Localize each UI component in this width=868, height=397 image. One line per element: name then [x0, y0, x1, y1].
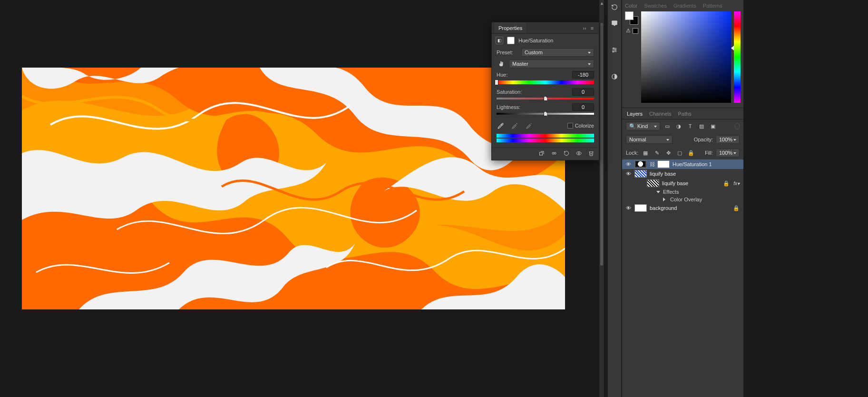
reset-icon[interactable] — [563, 149, 570, 157]
mask-thumb-icon[interactable] — [507, 37, 515, 44]
panel-menu-icon[interactable]: ≡ — [588, 24, 596, 32]
layers-panel: Layers Channels Paths 🔍 Kind ▭ ◑ T ▨ ▣ N… — [622, 108, 743, 397]
visibility-toggle-icon[interactable]: 👁 — [625, 171, 632, 177]
svg-point-4 — [613, 48, 614, 49]
lightness-slider-block: Lightness: 0 — [497, 103, 594, 115]
filter-pixel-icon[interactable]: ▭ — [663, 122, 672, 130]
lock-transparency-icon[interactable]: ▦ — [641, 149, 650, 157]
adjustments-icon[interactable] — [610, 46, 619, 54]
lock-indicator-icon: 🔒 — [733, 205, 741, 211]
adjustment-name: Hue/Saturation — [518, 38, 553, 43]
effect-bullet-icon — [663, 198, 667, 201]
panel-collapse-icon[interactable]: ›› — [581, 24, 588, 32]
canvas-scrollbar-thumb[interactable] — [600, 23, 603, 266]
lock-pixels-icon[interactable]: ✎ — [653, 149, 661, 157]
contrast-icon[interactable] — [610, 72, 619, 81]
hue-slider-block: Hue: -180 — [497, 71, 594, 84]
preset-dropdown[interactable]: Custom — [521, 48, 594, 57]
layer-thumbnail — [634, 170, 647, 178]
svg-rect-8 — [540, 152, 543, 155]
tab-swatches[interactable]: Swatches — [644, 3, 667, 9]
lock-position-icon[interactable]: ✥ — [664, 149, 673, 157]
filter-toggle-icon[interactable] — [735, 123, 740, 129]
delete-adjustment-icon[interactable] — [587, 149, 595, 157]
opacity-label: Opacity: — [694, 137, 713, 142]
filter-type-icon[interactable]: T — [686, 122, 694, 130]
visibility-toggle-icon[interactable]: 👁 — [625, 205, 632, 211]
picker-hue-indicator-icon — [731, 46, 734, 50]
fx-badge-icon[interactable]: fx▾ — [733, 181, 741, 186]
saturation-value[interactable]: 0 — [572, 88, 594, 96]
tab-paths[interactable]: Paths — [678, 111, 692, 117]
comments-icon[interactable] — [610, 19, 619, 28]
fill-dropdown[interactable]: 100% — [716, 149, 740, 157]
tab-gradients[interactable]: Gradients — [673, 3, 696, 9]
foreground-swatch[interactable] — [625, 11, 634, 20]
layer-liquify-base-1[interactable]: 👁 liquify base — [622, 169, 743, 179]
saturation-slider-track[interactable] — [497, 98, 594, 99]
clip-to-layer-icon[interactable] — [538, 149, 546, 157]
properties-tab[interactable]: Properties — [495, 23, 526, 33]
hue-value[interactable]: -180 — [572, 71, 594, 79]
layer-thumbnail — [647, 179, 659, 187]
layer-liquify-base-2[interactable]: liquify base 🔒 fx▾ — [622, 179, 743, 188]
canvas-scroll-gutter: ▲ — [599, 0, 604, 397]
opacity-dropdown[interactable]: 100% — [716, 135, 740, 144]
hue-strip[interactable] — [734, 11, 741, 103]
blend-mode-dropdown[interactable]: Normal — [626, 135, 673, 144]
hue-slider-track[interactable] — [497, 80, 594, 84]
lightness-value[interactable]: 0 — [572, 103, 594, 111]
colorize-label: Colorize — [575, 123, 594, 129]
toggle-visibility-icon[interactable] — [575, 149, 583, 157]
view-previous-state-icon[interactable] — [550, 149, 558, 157]
gamut-swatch[interactable] — [633, 28, 638, 34]
filter-smartobject-icon[interactable]: ▣ — [709, 122, 717, 130]
layer-hue-saturation[interactable]: 👁 ⛓ Hue/Saturation 1 — [622, 159, 743, 169]
adjustment-thumb-icon: ◧ — [496, 37, 503, 44]
link-mask-icon[interactable]: ⛓ — [650, 161, 654, 167]
layer-thumbnail — [634, 204, 647, 212]
color-range-dropdown[interactable]: Master — [509, 60, 594, 68]
preset-label: Preset: — [497, 50, 518, 55]
visibility-toggle-icon[interactable]: 👁 — [625, 161, 632, 167]
eyedropper-add-icon[interactable] — [511, 121, 519, 130]
history-icon[interactable] — [610, 3, 619, 11]
lightness-slider-handle[interactable] — [544, 111, 547, 116]
collapsed-panels-strip — [607, 0, 622, 397]
filter-shape-icon[interactable]: ▨ — [697, 122, 706, 130]
layer-effects-header[interactable]: Effects — [622, 188, 743, 196]
foreground-background-swatch[interactable] — [625, 11, 638, 25]
lock-artboard-icon[interactable]: ▢ — [675, 149, 684, 157]
tab-patterns[interactable]: Patterns — [703, 3, 722, 9]
layer-effect-color-overlay[interactable]: Color Overlay — [622, 196, 743, 203]
range-row: Master — [497, 60, 594, 68]
gamut-warning: ⚠ — [626, 28, 638, 34]
layers-list: 👁 ⛓ Hue/Saturation 1 👁 liquify base liqu… — [622, 159, 743, 213]
targeted-adjust-tool-icon[interactable] — [497, 60, 506, 68]
layer-background[interactable]: 👁 background 🔒 — [622, 203, 743, 213]
layers-panel-tabs: Layers Channels Paths — [622, 108, 743, 119]
hue-slider-handle[interactable] — [495, 79, 498, 85]
eyedropper-subtract-icon[interactable] — [525, 121, 534, 130]
tab-layers[interactable]: Layers — [627, 111, 643, 117]
lightness-slider-track[interactable] — [497, 113, 594, 115]
saturation-slider-block: Saturation: 0 — [497, 88, 594, 99]
disclosure-triangle-icon[interactable] — [656, 191, 660, 193]
tab-channels[interactable]: Channels — [649, 111, 671, 117]
lock-indicator-icon: 🔒 — [723, 180, 731, 187]
lock-all-icon[interactable]: 🔒 — [687, 149, 695, 157]
scroll-up-arrow-icon[interactable]: ▲ — [600, 1, 604, 6]
saturation-slider-handle[interactable] — [544, 96, 547, 101]
filter-kind-dropdown[interactable]: 🔍 Kind — [626, 122, 660, 130]
filter-adjustment-icon[interactable]: ◑ — [674, 122, 683, 130]
mask-thumbnail[interactable] — [657, 160, 670, 168]
tab-color[interactable]: Color — [625, 3, 637, 9]
eyedropper-row: Colorize — [497, 119, 594, 134]
colorize-checkbox[interactable] — [567, 123, 573, 129]
lock-label: Lock: — [626, 150, 638, 156]
eyedropper-icon[interactable] — [497, 121, 505, 130]
colorize-checkbox-row[interactable]: Colorize — [567, 123, 594, 129]
properties-panel: Properties ›› ≡ ◧ Hue/Saturation Preset:… — [491, 22, 599, 160]
document-canvas[interactable] — [22, 68, 565, 309]
color-picker-field[interactable] — [641, 11, 731, 103]
